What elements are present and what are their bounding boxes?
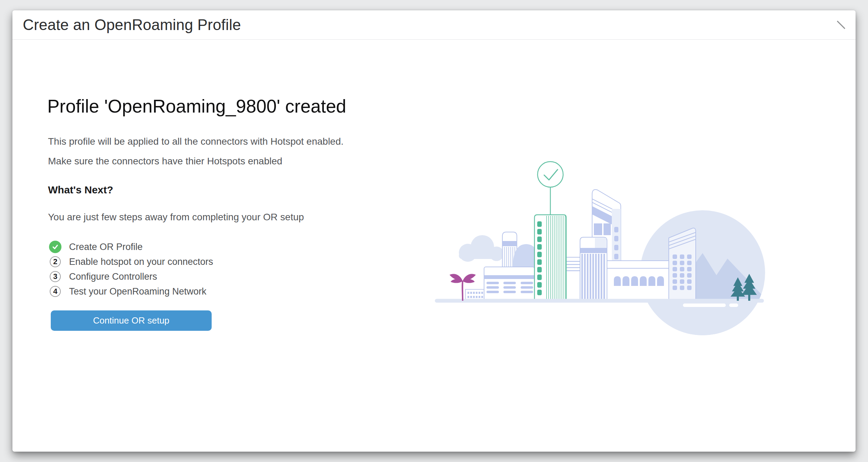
page-title: Profile 'OpenRoaming_9800' created xyxy=(47,96,346,117)
wide-building xyxy=(484,267,534,301)
dot-tower xyxy=(669,228,696,301)
step-label: Create OR Profile xyxy=(69,242,143,252)
arch-wall xyxy=(607,261,670,301)
whats-next-heading: What's Next? xyxy=(48,184,113,196)
road-dashes xyxy=(683,304,738,307)
step-number-badge: 2 xyxy=(50,256,61,267)
step-number-badge: 3 xyxy=(50,271,61,282)
step-row-configure-controllers: 3 Configure Controllers xyxy=(49,271,213,282)
pillar-building xyxy=(580,237,607,301)
step-label: Test your OpenRoaming Network xyxy=(69,286,206,297)
step-4-indicator: 4 xyxy=(49,285,61,298)
step-label: Enable hotspot on your connectors xyxy=(69,257,213,267)
step-3-indicator: 3 xyxy=(49,270,61,283)
steps-intro-text: You are just few steps away from complet… xyxy=(48,212,304,223)
step-1-indicator xyxy=(49,241,61,253)
close-icon xyxy=(835,18,848,31)
setup-steps-list: Create OR Profile 2 Enable hotspot on yo… xyxy=(49,241,213,297)
step-label: Configure Controllers xyxy=(69,271,157,282)
step-row-enable-hotspot: 2 Enable hotspot on your connectors xyxy=(49,256,213,268)
step-row-create-profile: Create OR Profile xyxy=(49,241,213,253)
dialog-header: Create an OpenRoaming Profile xyxy=(12,10,856,40)
continue-or-setup-button[interactable]: Continue OR setup xyxy=(51,310,212,331)
green-tower xyxy=(534,162,566,301)
step-number-badge: 4 xyxy=(50,286,61,297)
create-openroaming-profile-dialog: Create an OpenRoaming Profile Profile 'O… xyxy=(12,10,856,452)
dialog-body: Profile 'OpenRoaming_9800' created This … xyxy=(12,40,856,452)
step-complete-check-icon xyxy=(49,241,61,253)
dialog-title: Create an OpenRoaming Profile xyxy=(23,16,241,33)
close-button[interactable] xyxy=(833,17,849,33)
description-line-2: Make sure the connectors have thier Hots… xyxy=(48,156,282,167)
city-illustration xyxy=(430,154,768,340)
description-line-1: This profile will be applied to all the … xyxy=(48,136,344,147)
success-check-icon xyxy=(538,162,563,187)
step-row-test-network: 4 Test your OpenRoaming Network xyxy=(49,286,213,297)
step-2-indicator: 2 xyxy=(49,256,61,268)
cloud xyxy=(459,235,504,262)
